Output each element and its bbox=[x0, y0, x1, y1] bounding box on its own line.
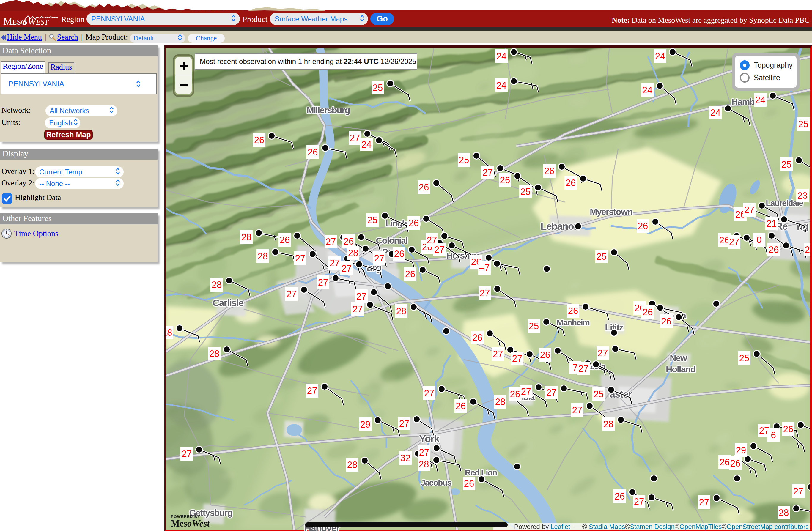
svg-text:25: 25 bbox=[367, 215, 377, 225]
svg-text:27: 27 bbox=[330, 258, 340, 268]
svg-text:26: 26 bbox=[730, 458, 740, 469]
svg-text:27: 27 bbox=[434, 245, 444, 255]
svg-text:25: 25 bbox=[373, 83, 383, 93]
svg-text:29: 29 bbox=[736, 445, 746, 456]
svg-text:27: 27 bbox=[729, 237, 739, 247]
svg-text:28: 28 bbox=[165, 327, 172, 338]
svg-text:25: 25 bbox=[781, 159, 792, 170]
svg-text:27: 27 bbox=[424, 388, 434, 398]
svg-text:25: 25 bbox=[520, 187, 531, 197]
svg-text:27: 27 bbox=[287, 289, 296, 299]
svg-text:24: 24 bbox=[655, 51, 665, 61]
svg-text:27: 27 bbox=[546, 387, 556, 398]
svg-text:26: 26 bbox=[615, 491, 625, 502]
svg-text:27: 27 bbox=[598, 348, 608, 358]
svg-text:26: 26 bbox=[805, 245, 810, 255]
svg-text:28: 28 bbox=[212, 280, 222, 290]
svg-text:26: 26 bbox=[769, 245, 779, 255]
svg-text:26: 26 bbox=[638, 221, 648, 231]
svg-text:28: 28 bbox=[779, 507, 789, 518]
svg-text:25: 25 bbox=[798, 119, 809, 129]
svg-text:26: 26 bbox=[544, 166, 554, 176]
svg-text:27: 27 bbox=[295, 253, 305, 264]
svg-text:27: 27 bbox=[578, 364, 589, 374]
svg-text:24: 24 bbox=[642, 85, 652, 95]
svg-text:26: 26 bbox=[405, 269, 415, 279]
svg-text:26: 26 bbox=[500, 175, 510, 186]
svg-text:28: 28 bbox=[348, 248, 358, 258]
svg-text:26: 26 bbox=[419, 182, 429, 193]
svg-text:27: 27 bbox=[572, 405, 582, 415]
svg-text:6: 6 bbox=[771, 430, 776, 440]
svg-text:25: 25 bbox=[594, 389, 604, 399]
svg-text:27: 27 bbox=[699, 497, 709, 507]
svg-text:26: 26 bbox=[783, 424, 793, 434]
svg-text:26: 26 bbox=[280, 235, 290, 245]
svg-text:26: 26 bbox=[344, 236, 354, 247]
svg-text:26: 26 bbox=[409, 218, 419, 228]
svg-text:27: 27 bbox=[521, 386, 531, 397]
svg-text:25: 25 bbox=[739, 353, 749, 364]
svg-text:26: 26 bbox=[540, 350, 550, 360]
svg-text:26: 26 bbox=[566, 178, 576, 188]
svg-text:25: 25 bbox=[459, 155, 469, 165]
svg-text:26: 26 bbox=[568, 306, 578, 316]
svg-text:32: 32 bbox=[400, 453, 410, 463]
svg-text:27: 27 bbox=[793, 486, 803, 497]
svg-text:26: 26 bbox=[394, 249, 404, 259]
svg-text:27: 27 bbox=[480, 288, 490, 298]
svg-text:MESO: MESO bbox=[3, 16, 26, 27]
svg-text:–7: –7 bbox=[479, 263, 490, 273]
svg-text:27: 27 bbox=[326, 237, 336, 247]
svg-text:25: 25 bbox=[529, 321, 539, 331]
svg-text:26: 26 bbox=[254, 135, 264, 145]
svg-text:25: 25 bbox=[596, 251, 607, 262]
svg-text:26: 26 bbox=[472, 333, 482, 343]
svg-text:0: 0 bbox=[756, 235, 762, 245]
svg-text:27: 27 bbox=[744, 205, 754, 215]
svg-text:26: 26 bbox=[455, 401, 466, 411]
svg-text:26: 26 bbox=[464, 478, 474, 489]
svg-text:27: 27 bbox=[357, 291, 366, 301]
svg-text:27: 27 bbox=[512, 353, 522, 364]
svg-text:27: 27 bbox=[493, 349, 503, 359]
svg-text:27: 27 bbox=[419, 447, 429, 458]
svg-text:28: 28 bbox=[419, 459, 429, 470]
svg-text:26: 26 bbox=[642, 307, 653, 318]
svg-text:27: 27 bbox=[374, 253, 384, 264]
svg-text:28: 28 bbox=[241, 232, 251, 242]
svg-text:24: 24 bbox=[361, 139, 372, 150]
svg-text:27: 27 bbox=[399, 418, 409, 429]
svg-text:26: 26 bbox=[308, 147, 318, 158]
svg-text:21: 21 bbox=[767, 218, 777, 229]
svg-text:27: 27 bbox=[318, 277, 328, 287]
svg-text:24: 24 bbox=[710, 107, 721, 118]
svg-text:28: 28 bbox=[347, 460, 357, 470]
svg-text:28: 28 bbox=[396, 306, 406, 316]
svg-text:24: 24 bbox=[496, 80, 506, 91]
svg-text:27: 27 bbox=[350, 133, 360, 143]
svg-text:26: 26 bbox=[720, 457, 730, 468]
svg-text:28: 28 bbox=[258, 251, 268, 262]
svg-text:7: 7 bbox=[572, 363, 578, 373]
svg-text:28: 28 bbox=[209, 349, 219, 359]
svg-text:27: 27 bbox=[307, 386, 317, 396]
svg-text:29: 29 bbox=[360, 419, 370, 430]
svg-text:24: 24 bbox=[755, 95, 765, 105]
svg-text:26: 26 bbox=[510, 389, 520, 399]
svg-text:28: 28 bbox=[495, 397, 505, 407]
svg-text:27: 27 bbox=[483, 167, 493, 178]
svg-text:27: 27 bbox=[634, 497, 644, 507]
svg-text:27: 27 bbox=[182, 449, 192, 459]
svg-text:24: 24 bbox=[496, 51, 506, 61]
svg-text:27: 27 bbox=[342, 263, 352, 274]
svg-text:26: 26 bbox=[661, 316, 671, 327]
svg-text:27: 27 bbox=[352, 304, 363, 314]
svg-text:23: 23 bbox=[797, 190, 808, 201]
svg-text:28: 28 bbox=[603, 419, 613, 429]
